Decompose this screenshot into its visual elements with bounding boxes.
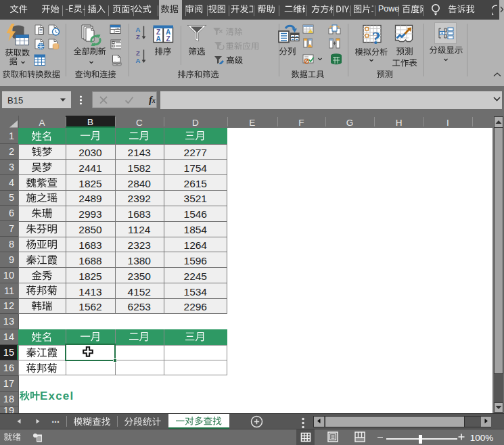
svg-text:A: A — [156, 35, 160, 43]
svg-text:?: ? — [372, 28, 381, 45]
svg-text:Z: Z — [136, 49, 140, 57]
svg-text:Z: Z — [166, 35, 170, 43]
svg-text:A: A — [136, 26, 141, 33]
svg-text:Z: Z — [156, 28, 160, 36]
svg-text:A: A — [136, 57, 141, 64]
svg-text:A: A — [165, 28, 170, 36]
svg-text:Z: Z — [136, 33, 140, 41]
